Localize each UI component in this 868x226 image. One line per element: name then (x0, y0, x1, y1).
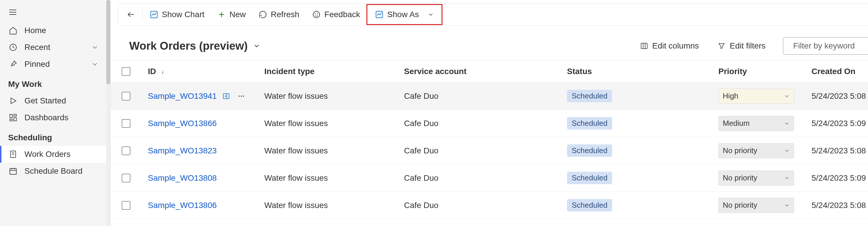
chevron-down-icon (784, 202, 790, 208)
id-link[interactable]: Sample_WO13823 (148, 146, 217, 155)
sidebar-item-schedule-board[interactable]: Schedule Board (0, 163, 110, 180)
col-header-created-on-label: Created On (811, 67, 856, 76)
feedback-label: Feedback (324, 10, 360, 19)
cell-status: Scheduled (567, 199, 718, 212)
col-header-incident-type[interactable]: Incident type (264, 67, 404, 76)
row-checkbox[interactable] (122, 146, 130, 155)
table-row[interactable]: Sample_WO13866Water flow issuesCafe DuoS… (111, 110, 868, 137)
show-as-button[interactable]: Show As (369, 6, 440, 23)
row-checkbox[interactable] (122, 201, 130, 210)
status-badge: Scheduled (567, 144, 612, 157)
show-as-label: Show As (387, 10, 419, 19)
row-checkbox[interactable] (122, 174, 130, 182)
col-header-service-account[interactable]: Service account (404, 67, 567, 76)
cell-id: Sample_WO13823 (148, 146, 264, 155)
chevron-down-icon (91, 44, 99, 51)
sidebar-item-dashboards[interactable]: Dashboards (0, 109, 110, 126)
hamburger-button[interactable] (0, 3, 110, 22)
cell-status: Scheduled (567, 90, 718, 102)
row-select-cell (122, 174, 148, 182)
cell-id: Sample_WO13866 (148, 119, 264, 128)
clock-icon (8, 42, 18, 52)
cell-service-account: Cafe Duo (404, 201, 567, 210)
svg-point-31 (238, 95, 240, 97)
refresh-button[interactable]: Refresh (252, 6, 306, 23)
filter-keyword-input[interactable] (793, 41, 868, 50)
col-header-priority[interactable]: Priority (718, 67, 811, 76)
edit-filters-label: Edit filters (730, 41, 766, 50)
open-side-pane-icon[interactable] (220, 90, 232, 102)
view-header: Work Orders (preview) Edit columns Edit … (111, 26, 868, 61)
row-checkbox[interactable] (122, 119, 130, 128)
cell-priority: High (718, 88, 811, 104)
row-select-cell (122, 92, 148, 101)
id-link[interactable]: Sample_WO13806 (148, 201, 217, 210)
command-bar: Show Chart New Refresh Feedback Show As (118, 3, 868, 26)
sidebar-item-recent[interactable]: Recent (0, 39, 110, 56)
svg-point-32 (241, 95, 242, 97)
chevron-down-icon (784, 120, 790, 126)
cell-service-account: Cafe Duo (404, 146, 567, 155)
cell-id: Sample_WO13941 (148, 90, 264, 102)
cell-service-account: Cafe Duo (404, 119, 567, 128)
back-button[interactable] (120, 6, 142, 23)
priority-select[interactable]: High (718, 88, 794, 104)
priority-select[interactable]: No priority (718, 198, 794, 213)
priority-value: No priority (723, 174, 757, 182)
sidebar-item-work-orders[interactable]: Work Orders (0, 146, 110, 163)
id-link[interactable]: Sample_WO13941 (148, 91, 217, 101)
show-chart-button[interactable]: Show Chart (143, 6, 211, 23)
status-badge: Scheduled (567, 172, 612, 184)
svg-rect-5 (10, 114, 12, 118)
table-row[interactable]: Sample_WO13808Water flow issuesCafe DuoS… (111, 164, 868, 192)
sidebar-item-label: Schedule Board (25, 166, 82, 176)
row-checkbox[interactable] (122, 92, 130, 101)
cell-status: Scheduled (567, 172, 718, 184)
svg-point-20 (313, 11, 320, 18)
view-title-text: Work Orders (preview) (129, 40, 248, 52)
refresh-label: Refresh (271, 10, 299, 19)
edit-columns-button[interactable]: Edit columns (634, 38, 705, 53)
refresh-icon (258, 10, 267, 19)
plus-icon (217, 10, 226, 19)
col-header-created-on[interactable]: Created On (811, 67, 868, 76)
col-header-status[interactable]: Status (567, 67, 718, 76)
cell-service-account: Cafe Duo (404, 174, 567, 183)
chevron-down-icon (428, 11, 434, 18)
select-all-checkbox[interactable] (122, 67, 130, 76)
priority-select[interactable]: Medium (718, 116, 794, 131)
sidebar-item-get-started[interactable]: Get Started (0, 92, 110, 109)
priority-value: Medium (723, 119, 749, 128)
cell-priority: No priority (718, 143, 811, 158)
priority-select[interactable]: No priority (718, 143, 794, 158)
play-icon (8, 96, 18, 106)
cell-created-on: 5/24/2023 5:08 PM (811, 146, 868, 155)
priority-select[interactable]: No priority (718, 171, 794, 186)
more-actions-icon[interactable] (236, 90, 247, 102)
grid-header-row: ID ↓ Incident type Service account Statu… (111, 61, 868, 82)
new-button[interactable]: New (211, 6, 252, 23)
feedback-button[interactable]: Feedback (306, 6, 367, 23)
cell-status: Scheduled (567, 144, 718, 157)
view-selector[interactable]: Work Orders (preview) (129, 40, 260, 52)
chart-line-icon (375, 10, 384, 19)
table-row[interactable]: Sample_WO13806Water flow issuesCafe DuoS… (111, 192, 868, 219)
col-header-id[interactable]: ID ↓ (148, 67, 264, 76)
filter-keyword-input-wrap[interactable] (783, 37, 868, 54)
sidebar-item-pinned[interactable]: Pinned (0, 56, 110, 73)
id-link[interactable]: Sample_WO13808 (148, 174, 217, 183)
sidebar-item-home[interactable]: Home (0, 22, 110, 39)
id-link[interactable]: Sample_WO13866 (148, 119, 217, 128)
table-row[interactable]: Sample_WO13941Water flow issuesCafe DuoS… (111, 82, 868, 110)
toolbar-separator (142, 8, 143, 21)
cell-status: Scheduled (567, 117, 718, 129)
table-row[interactable]: Sample_WO13823Water flow issuesCafe DuoS… (111, 137, 868, 164)
sidebar-scrollbar-thumb[interactable] (106, 0, 110, 84)
priority-value: No priority (723, 146, 757, 155)
edit-filters-button[interactable]: Edit filters (712, 38, 771, 53)
sidebar-item-label: Get Started (25, 96, 66, 106)
show-as-highlight-box: Show As (367, 4, 442, 25)
col-header-priority-label: Priority (718, 67, 747, 76)
cell-incident-type: Water flow issues (264, 91, 404, 101)
main-area: Show Chart New Refresh Feedback Show As (111, 0, 868, 226)
